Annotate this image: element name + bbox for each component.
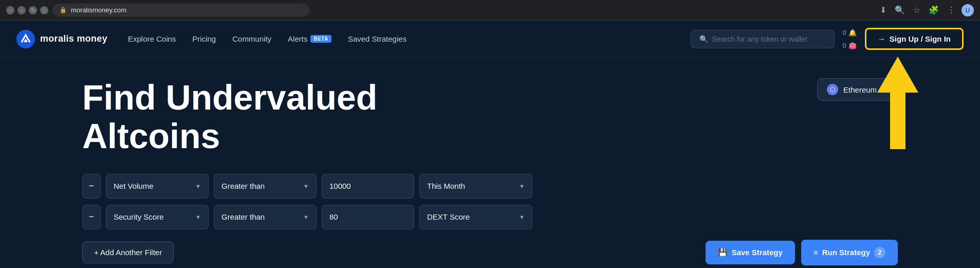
lock-icon: 🔒 (60, 7, 67, 13)
sign-up-button[interactable]: → Sign Up / Sign In (865, 28, 964, 50)
refresh-button[interactable]: ↻ (29, 6, 37, 14)
add-filter-button[interactable]: + Add Another Filter (82, 241, 174, 263)
save-icon: 💾 (718, 248, 728, 257)
logo[interactable]: moralis money (16, 30, 107, 48)
browser-action-buttons: ⬇ 🔍 ☆ 🧩 ⋮ U (878, 3, 974, 17)
page-title: Find Undervalued Altcoins (82, 78, 493, 155)
filters-section: − Net Volume ▼ Greater than ▼ 10000 This… (82, 174, 898, 229)
run-icon: ≡ (813, 248, 818, 257)
filter-2-value-input[interactable]: 80 (322, 205, 414, 229)
network-label: Ethereum (843, 85, 877, 94)
count-2: 0 (843, 42, 846, 49)
filter-1-period-chevron-icon: ▼ (519, 183, 525, 189)
nav-alerts[interactable]: Alerts BETA (288, 34, 331, 43)
nav-community[interactable]: Community (232, 34, 271, 43)
nav-alerts-label: Alerts (288, 34, 307, 43)
settings-button[interactable]: ⋮ (945, 3, 957, 17)
browser-tab-controls: ← → ↻ ⌂ (6, 6, 48, 14)
forward-button[interactable]: → (17, 6, 26, 14)
header-count-row-1: 0 🔔 (843, 29, 857, 36)
profile-avatar[interactable]: U (961, 4, 974, 16)
moralis-logo-icon (16, 30, 35, 48)
filter-1-metric-select[interactable]: Net Volume ▼ (106, 174, 209, 199)
notification-icon: 🔔 (848, 29, 857, 36)
header-icon-counts: 0 🔔 0 👛 (843, 29, 857, 49)
filter-1-operator-chevron-icon: ▼ (303, 183, 309, 189)
browser-chrome: ← → ↻ ⌂ 🔒 moralismoney.com ⬇ 🔍 ☆ 🧩 ⋮ U (0, 0, 980, 21)
run-strategy-label: Run Strategy (822, 248, 870, 257)
url-text: moralismoney.com (71, 6, 126, 14)
filter-2-period-label: DEXT Score (427, 212, 470, 221)
filter-2-value-text: 80 (329, 212, 338, 221)
home-button[interactable]: ⌂ (40, 6, 48, 14)
filter-2-metric-select[interactable]: Security Score ▼ (106, 205, 209, 229)
beta-badge: BETA (310, 35, 331, 43)
main-nav: Explore Coins Pricing Community Alerts B… (128, 34, 406, 43)
nav-explore-coins[interactable]: Explore Coins (128, 34, 176, 43)
filter-2-period-chevron-icon: ▼ (519, 214, 525, 220)
header-count-row-2: 0 👛 (843, 42, 857, 49)
filter-2-operator-chevron-icon: ▼ (303, 214, 309, 220)
action-buttons: 💾 Save Strategy ≡ Run Strategy 2 (706, 240, 898, 265)
browser-search-button[interactable]: 🔍 (893, 3, 907, 17)
run-strategy-button[interactable]: ≡ Run Strategy 2 (801, 240, 898, 265)
network-selector[interactable]: ⬡ Ethereum ▼ (817, 78, 898, 101)
filter-1-value-text: 10000 (329, 182, 351, 190)
nav-pricing[interactable]: Pricing (192, 34, 216, 43)
filter-2-metric-chevron-icon: ▼ (195, 214, 201, 220)
filter-1-metric-label: Net Volume (114, 182, 154, 190)
filter-2-operator-select[interactable]: Greater than ▼ (214, 205, 317, 229)
add-filter-label: + Add Another Filter (94, 248, 162, 257)
filter-row-2: − Security Score ▼ Greater than ▼ 80 DEX… (82, 205, 898, 229)
network-chevron-icon: ▼ (882, 86, 888, 93)
bookmark-button[interactable]: ☆ (911, 3, 922, 17)
header-right: 🔍 Search for any token or wallet 0 🔔 0 👛… (691, 28, 964, 50)
filter-1-remove-button[interactable]: − (82, 174, 101, 199)
filter-1-operator-select[interactable]: Greater than ▼ (214, 174, 317, 199)
search-icon: 🔍 (699, 35, 708, 43)
filter-2-metric-label: Security Score (114, 212, 164, 221)
download-button[interactable]: ⬇ (878, 3, 889, 17)
sign-btn-arrow-icon: → (878, 34, 885, 43)
filter-2-operator-label: Greater than (221, 212, 265, 221)
wallet-icon: 👛 (848, 42, 857, 49)
filter-row-1: − Net Volume ▼ Greater than ▼ 10000 This… (82, 174, 898, 199)
main-content: ⬡ Ethereum ▼ Find Undervalued Altcoins −… (0, 58, 980, 268)
count-1: 0 (843, 29, 846, 36)
logo-text: moralis money (40, 33, 107, 44)
filter-1-value-input[interactable]: 10000 (322, 174, 414, 199)
filter-1-metric-chevron-icon: ▼ (195, 183, 201, 189)
bottom-row: + Add Another Filter 💾 Save Strategy ≡ R… (82, 240, 898, 265)
filter-1-operator-label: Greater than (221, 182, 265, 190)
extensions-button[interactable]: 🧩 (927, 3, 941, 17)
search-placeholder-text: Search for any token or wallet (712, 35, 807, 43)
save-strategy-label: Save Strategy (732, 248, 783, 257)
sign-btn-label: Sign Up / Sign In (890, 34, 951, 43)
save-strategy-button[interactable]: 💾 Save Strategy (706, 241, 795, 264)
filter-1-period-select[interactable]: This Month ▼ (419, 174, 532, 199)
nav-saved-strategies[interactable]: Saved Strategies (348, 34, 406, 43)
ethereum-icon: ⬡ (827, 84, 838, 95)
filter-1-period-label: This Month (427, 182, 465, 190)
app-header: moralis money Explore Coins Pricing Comm… (0, 21, 980, 58)
search-bar[interactable]: 🔍 Search for any token or wallet (691, 30, 835, 48)
run-count-badge: 2 (874, 247, 885, 258)
filter-2-remove-button[interactable]: − (82, 205, 101, 229)
address-bar[interactable]: 🔒 moralismoney.com (52, 4, 309, 16)
filter-2-period-select[interactable]: DEXT Score ▼ (419, 205, 532, 229)
back-button[interactable]: ← (6, 6, 14, 14)
